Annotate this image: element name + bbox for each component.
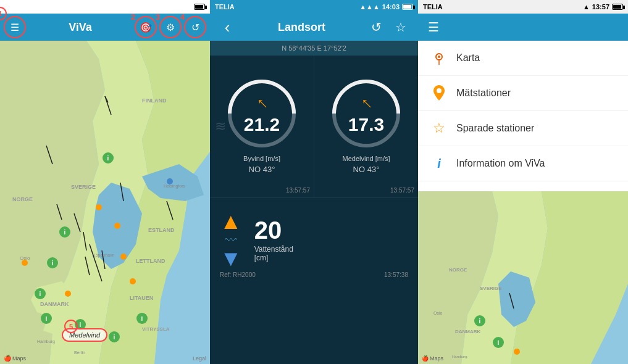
location-icon: 🎯 [140, 22, 152, 33]
panel-menu: TELIA ▲ 13:57 ☰ Karta Mätstationer [418, 0, 628, 364]
matstationer-label: Mätstationer [456, 88, 511, 99]
menu-item-info-viva[interactable]: i Information om ViVa [418, 146, 628, 181]
svg-text:i: i [64, 229, 66, 236]
svg-text:Berlin: Berlin [74, 350, 85, 355]
svg-point-47 [65, 291, 71, 297]
svg-text:i: i [141, 315, 143, 322]
svg-point-42 [96, 204, 102, 210]
byvind-direction: NO 43° [249, 165, 275, 174]
hamburger-icon-panel3: ☰ [428, 20, 439, 34]
battery-icon-panel2 [402, 4, 413, 10]
back-button[interactable]: ‹ [217, 18, 237, 37]
water-ref: Ref: RH2000 [220, 271, 256, 278]
medelvind-time: 13:57:57 [390, 187, 414, 194]
refresh-icon: ↺ [191, 22, 199, 33]
byvind-circle: ↑ 21.2 [228, 80, 296, 147]
info-viva-label: Information om ViVa [456, 158, 545, 169]
svg-text:i: i [40, 291, 41, 297]
wind-row: ≋ ↑ 21.2 Byvind [m/s] NO 43° 13:57:57 ↑ … [210, 56, 418, 197]
svg-text:Oslo: Oslo [433, 311, 443, 315]
menu-item-matstationer[interactable]: Mätstationer [418, 76, 628, 111]
panel3-map-svg: NORGE SVERIGE DANMARK Oslo Hamburg i i [418, 191, 628, 364]
panel-menu-map-background: NORGE SVERIGE DANMARK Oslo Hamburg i i 🍎… [418, 191, 628, 364]
svg-text:i: i [498, 339, 500, 346]
legal-text: Legal [193, 355, 206, 362]
svg-text:Helsingfors: Helsingfors [164, 184, 186, 189]
water-label: Vattenstånd[cm] [254, 245, 293, 262]
svg-text:LITAUEN: LITAUEN [130, 295, 153, 301]
time-panel2: 14:03 [382, 3, 400, 10]
svg-text:i: i [114, 334, 115, 341]
menu-item-karta[interactable]: Karta [418, 41, 628, 76]
station-coords: N 58°44'35 E 17°52'2 [210, 41, 418, 56]
panel-map: TELIA ▲ 13:57 1 ☰ ViVa 2 🎯 3 ⚙ [0, 0, 210, 364]
time-panel1: 13:57 [174, 3, 191, 10]
wifi-icon-panel3: ▲ [583, 3, 590, 10]
refresh-station-button[interactable]: ↺ [366, 20, 386, 35]
svg-point-62 [514, 349, 520, 355]
medelvind-direction: NO 43° [353, 165, 380, 174]
svg-text:Hamburg: Hamburg [37, 339, 55, 344]
menu-header: ☰ [418, 14, 628, 41]
byvind-card: ≋ ↑ 21.2 Byvind [m/s] NO 43° 13:57:57 [210, 56, 314, 197]
byvind-time: 13:57:57 [286, 187, 310, 194]
sparade-label: Sparade stationer [456, 123, 534, 134]
app-title: ViVa [26, 21, 135, 34]
water-card: ▲ 〰 ▼ 20 Vattenstånd[cm] Ref: RH2000 13:… [210, 197, 418, 282]
station-icon [430, 85, 448, 102]
refresh-button[interactable]: 4 ↺ [184, 16, 206, 38]
svg-text:SVERIGE: SVERIGE [480, 286, 502, 291]
water-time: 13:57:38 [384, 271, 408, 278]
station-title: Landsort [237, 21, 366, 34]
refresh-station-icon: ↺ [371, 20, 382, 34]
map-icon [430, 49, 448, 67]
medelvind-card: ↑ 17.3 Medelvind [m/s] NO 43° 13:57:57 [314, 56, 418, 197]
svg-text:DANMARK: DANMARK [455, 329, 481, 334]
svg-point-48 [167, 178, 173, 184]
svg-point-51 [437, 88, 442, 93]
info-viva-icon: i [430, 155, 448, 172]
menu-button[interactable]: ☰ [4, 16, 26, 38]
wifi-icon-panel1: ▲ [165, 3, 172, 10]
arrow-up-icon: ▲ [220, 210, 242, 233]
svg-point-46 [22, 260, 28, 266]
header-icons-right: 2 🎯 3 ⚙ 4 ↺ [135, 16, 206, 38]
station-body: ≋ ↑ 21.2 Byvind [m/s] NO 43° 13:57:57 ↑ … [210, 56, 418, 364]
svg-text:ESTLAND: ESTLAND [148, 227, 175, 233]
wind-decorative-left: ≋ [215, 118, 226, 134]
menu-item-sparade[interactable]: ☆ Sparade stationer [418, 111, 628, 146]
star-icon: ☆ [395, 20, 406, 34]
saved-star-icon: ☆ [430, 120, 448, 137]
station-header: ‹ Landsort ↺ ☆ [210, 14, 418, 41]
map-background[interactable]: FINLAND SVERIGE NORGE ESTLAND LETTLAND L… [0, 41, 210, 364]
battery-icon-panel3 [612, 4, 623, 10]
svg-text:i: i [80, 321, 82, 328]
location-button[interactable]: 2 🎯 [135, 16, 157, 38]
svg-text:VITRYSSLA: VITRYSSLA [142, 326, 170, 332]
water-value: 20 [254, 218, 293, 242]
water-arrows: ▲ 〰 ▼ [220, 210, 242, 270]
panel-station: TELIA ▲▲▲ 14:03 ‹ Landsort ↺ ☆ N 58°44'3… [210, 0, 418, 364]
svg-point-50 [438, 56, 440, 58]
svg-text:FINLAND: FINLAND [142, 97, 167, 104]
status-bar-panel1: TELIA ▲ 13:57 [0, 0, 210, 14]
svg-text:Köpenhavn: Köpenhavn [93, 253, 115, 258]
hamburger-menu-button[interactable]: ☰ [428, 20, 439, 35]
carrier-panel3: TELIA [423, 3, 443, 10]
medelvind-label: Medelvind [m/s] [342, 155, 390, 162]
svg-text:i: i [52, 260, 54, 267]
medelvind-circle: ↑ 17.3 [332, 80, 400, 147]
app-header-panel1: 1 ☰ ViVa 2 🎯 3 ⚙ 4 ↺ [0, 14, 210, 41]
favorite-button[interactable]: ☆ [391, 20, 411, 35]
svg-text:Hamburg: Hamburg [452, 355, 467, 358]
water-info: 20 Vattenstånd[cm] [254, 218, 293, 262]
hamburger-icon: ☰ [10, 22, 19, 33]
svg-text:DANMARK: DANMARK [40, 301, 69, 307]
byvind-label: Byvind [m/s] [243, 155, 280, 162]
status-bar-panel3: TELIA ▲ 13:57 [418, 0, 628, 14]
karta-label: Karta [456, 52, 480, 64]
arrow-down-icon: ▼ [220, 247, 242, 270]
settings-button[interactable]: 3 ⚙ [159, 16, 182, 38]
svg-text:NORGE: NORGE [449, 267, 467, 273]
status-bar-panel2: TELIA ▲▲▲ 14:03 [210, 0, 418, 14]
